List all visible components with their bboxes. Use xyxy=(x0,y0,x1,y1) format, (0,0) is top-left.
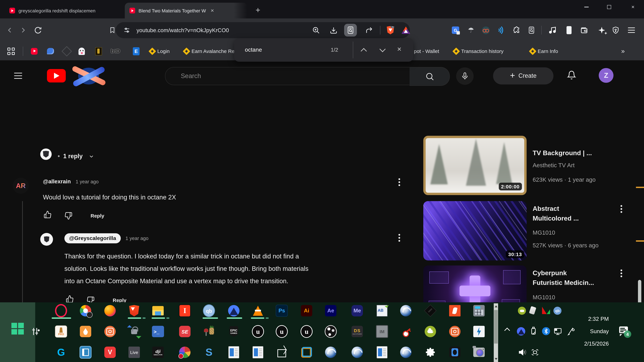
wallet-icon[interactable] xyxy=(578,18,590,42)
taskbar-unreal-engine-icon[interactable]: u xyxy=(276,326,288,338)
taskbar-notepad-icon[interactable] xyxy=(376,346,388,358)
replies-bar[interactable]: • 1 reply xyxy=(58,153,94,160)
video-thumbnail[interactable]: 30:13 xyxy=(423,201,526,260)
taskbar-unreal-engine-icon[interactable]: u xyxy=(300,326,312,338)
taskbar-bulk-rename-icon[interactable]: AB xyxy=(376,305,388,317)
taskbar-file-explorer-icon[interactable] xyxy=(152,305,164,317)
close-button[interactable]: × xyxy=(622,0,644,14)
taskbar-vlc-icon[interactable] xyxy=(252,305,264,317)
taskbar-invideo-icon[interactable]: I xyxy=(179,305,191,317)
bookmark-earn-avalanche[interactable]: Earn Avalanche Re xyxy=(184,42,234,60)
tray-clock-day[interactable]: Sunday xyxy=(567,328,609,335)
taskbar-after-effects-icon[interactable]: Ae xyxy=(325,305,337,317)
taskbar-cinema4d-icon[interactable] xyxy=(400,305,412,317)
video-menu-icon[interactable] xyxy=(620,205,622,213)
taskbar-notepad-icon[interactable] xyxy=(252,346,264,358)
bookmark-youtube-icon[interactable] xyxy=(31,42,38,60)
taskbar-firefox-icon[interactable] xyxy=(104,305,116,317)
taskbar-flame-app-icon[interactable] xyxy=(80,326,92,338)
video-thumbnail[interactable]: 2:00:00 xyxy=(423,136,526,195)
search-input[interactable]: Search xyxy=(165,67,410,85)
taskbar-camera-app-icon[interactable] xyxy=(449,326,461,338)
taskbar-powershell-icon[interactable]: >_ xyxy=(152,326,164,338)
start-button[interactable] xyxy=(12,323,24,335)
taskbar-tuner-icon[interactable] xyxy=(30,326,42,338)
taskbar-photoshop-icon[interactable]: Ps xyxy=(276,305,288,317)
taskbar-nordvpn-icon[interactable] xyxy=(228,305,240,317)
reload-icon[interactable] xyxy=(31,18,45,42)
bookmark-earn-info[interactable]: Earn Info xyxy=(530,42,558,60)
taskbar-sketch-app-icon[interactable]: S xyxy=(203,346,215,358)
taskbar-se-app-icon[interactable]: SE xyxy=(179,326,191,338)
taskbar-camera-photo-icon[interactable] xyxy=(473,346,485,358)
bookmark-chat-icon[interactable] xyxy=(47,42,54,60)
video-channel[interactable]: MG1010 xyxy=(533,229,555,236)
reply-button[interactable]: Reply xyxy=(90,213,104,219)
zoom-page-icon[interactable] xyxy=(308,22,323,38)
tray-notifications-icon[interactable]: 4 xyxy=(619,327,628,335)
tab-greyscalegorilla[interactable]: greyscalegorilla redshift displacemen xyxy=(6,3,117,18)
taskbar-calculator-icon[interactable] xyxy=(473,305,485,317)
taskbar-dji-simulator-icon[interactable]: djiSIMULATOR xyxy=(152,346,164,358)
skull-extension-icon[interactable] xyxy=(480,18,492,42)
back-icon[interactable] xyxy=(3,18,17,42)
forward-icon[interactable] xyxy=(16,18,30,42)
taskbar-cinema4d-icon[interactable] xyxy=(351,346,363,358)
bookmark-login[interactable]: Login xyxy=(150,42,170,60)
taskbar-gear-app-icon[interactable] xyxy=(424,346,436,358)
tab-blend-two-materials[interactable]: Blend Two Materials Together W × xyxy=(125,3,247,18)
video-thumbnail[interactable]: 30:19 xyxy=(423,266,526,302)
find-close-icon[interactable]: × xyxy=(397,45,402,54)
translate-extension-icon[interactable]: G xyxy=(450,18,462,42)
taskbar-scrollbar[interactable] xyxy=(494,303,498,362)
taskbar-handbrake-icon[interactable] xyxy=(203,326,215,338)
comment-author-badge[interactable]: @Greyscalegorilla xyxy=(64,233,121,243)
like-icon[interactable] xyxy=(66,295,74,302)
tray-volume-icon[interactable] xyxy=(518,348,527,357)
new-tab-button[interactable]: + xyxy=(256,5,260,15)
taskbar-chrome-icon[interactable] xyxy=(80,305,92,317)
video-channel[interactable]: Aesthetic TV Art xyxy=(533,162,574,169)
bookmark-e-icon[interactable]: E xyxy=(133,42,140,60)
comment-author[interactable]: @allexrain xyxy=(43,178,71,184)
like-icon[interactable] xyxy=(44,211,52,219)
bookmark-transaction-history[interactable]: Transaction history xyxy=(454,42,504,60)
taskbar-illustrator-icon[interactable]: Ai xyxy=(300,305,312,317)
find-in-page-icon[interactable] xyxy=(344,24,357,36)
avatar[interactable] xyxy=(40,233,53,246)
tray-clock-date[interactable]: 2/15/2026 xyxy=(567,341,609,347)
apps-grid-icon[interactable] xyxy=(8,42,15,60)
avatar[interactable] xyxy=(40,148,52,160)
taskbar-disk-pie-app-icon[interactable] xyxy=(179,346,191,358)
bookmark-ghost-icon[interactable] xyxy=(78,42,85,60)
menu-icon[interactable] xyxy=(624,18,638,42)
taskbar-vivaldi-icon[interactable]: V xyxy=(104,346,116,358)
maximize-button[interactable] xyxy=(599,0,619,14)
taskbar-thunderbolt-app-icon[interactable] xyxy=(473,326,485,338)
tab-close-icon[interactable]: × xyxy=(211,7,214,14)
video-title[interactable]: AbstractMulticolored ... xyxy=(533,204,622,223)
dislike-icon[interactable] xyxy=(86,296,94,302)
taskbar-brave-icon[interactable] xyxy=(128,305,140,317)
share-icon[interactable] xyxy=(362,22,376,38)
minimize-button[interactable] xyxy=(576,0,596,14)
taskbar-red-key-app-icon[interactable] xyxy=(400,326,412,338)
page-scrollbar-thumb[interactable] xyxy=(638,280,641,302)
bookmark-btd[interactable]: btD xyxy=(111,42,120,60)
taskbar-qbittorrent-icon[interactable]: qb xyxy=(203,305,215,317)
tray-nordvpn-icon[interactable] xyxy=(517,327,525,336)
waves-extension-icon[interactable] xyxy=(495,18,506,42)
video-channel[interactable]: MG1010 xyxy=(533,294,555,301)
taskbar-vmware-icon[interactable] xyxy=(300,346,312,358)
create-button[interactable]: +Create xyxy=(493,67,554,84)
notifications-bell-icon[interactable] xyxy=(567,70,576,80)
video-title[interactable]: TV Background | ... xyxy=(533,148,622,158)
comment-menu-icon[interactable] xyxy=(398,234,400,242)
bookmark-gold-icon[interactable] xyxy=(95,42,102,60)
taskbar-black-diamond-app-icon[interactable] xyxy=(424,305,436,317)
avatar[interactable]: AR xyxy=(13,178,29,194)
bookmark-cube-icon[interactable] xyxy=(63,42,70,60)
guide-menu-icon[interactable] xyxy=(14,73,22,79)
download-icon[interactable] xyxy=(326,22,341,38)
vpn-shield-icon[interactable] xyxy=(610,18,621,42)
